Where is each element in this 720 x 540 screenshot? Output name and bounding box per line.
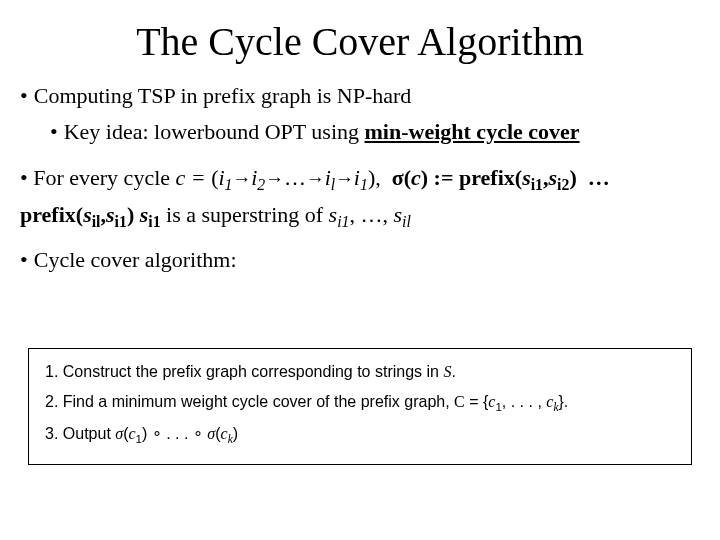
- bullet-text-bold: min-weight cycle cover: [365, 119, 580, 144]
- bullet-np-hard: •Computing TSP in prefix graph is NP-har…: [20, 83, 700, 109]
- algo-text: 3. Output: [45, 425, 115, 442]
- bullet-text-pre: Key idea: lowerbound OPT using: [64, 119, 365, 144]
- bullet-sigma-cont: prefix(sil,si1) si1 is a superstring of …: [20, 200, 700, 233]
- slide: The Cycle Cover Algorithm •Computing TSP…: [0, 0, 720, 540]
- algo-step-3: 3. Output σ(c1) ∘ . . . ∘ σ(ck): [45, 419, 681, 451]
- algo-text: 1. Construct the prefix graph correspond…: [45, 363, 443, 380]
- algo-text: , . . . ,: [502, 393, 546, 410]
- algo-text: .: [451, 363, 455, 380]
- algo-step-2: 2. Find a minimum weight cycle cover of …: [45, 387, 681, 419]
- algo-var: c: [221, 425, 228, 442]
- algo-text: 2. Find a minimum weight cycle cover of …: [45, 393, 454, 410]
- bullet-dot: •: [20, 247, 28, 272]
- bullet-sigma-def: • For every cycle c = (i1→i2→…→il→i1), σ…: [20, 163, 700, 196]
- algo-var: σ: [115, 425, 123, 442]
- algo-var: C: [454, 393, 465, 410]
- algo-var: c: [128, 425, 135, 442]
- bullet-text: Computing TSP in prefix graph is NP-hard: [34, 83, 412, 108]
- algo-text: = {: [465, 393, 489, 410]
- bullet-text: Cycle cover algorithm:: [34, 247, 237, 272]
- bullet-dot: •: [50, 119, 58, 144]
- algo-step-1: 1. Construct the prefix graph correspond…: [45, 357, 681, 387]
- bullet-cycle-cover: •Cycle cover algorithm:: [20, 247, 700, 273]
- algorithm-box: 1. Construct the prefix graph correspond…: [28, 348, 692, 465]
- bullet-dot: •: [20, 165, 33, 190]
- bullet-dot: •: [20, 83, 28, 108]
- algo-text: }.: [559, 393, 569, 410]
- algo-text: ∘ . . . ∘: [147, 425, 207, 442]
- algo-text: ): [233, 425, 238, 442]
- bullet-key-idea: •Key idea: lowerbound OPT using min-weig…: [50, 119, 700, 145]
- slide-title: The Cycle Cover Algorithm: [20, 18, 700, 65]
